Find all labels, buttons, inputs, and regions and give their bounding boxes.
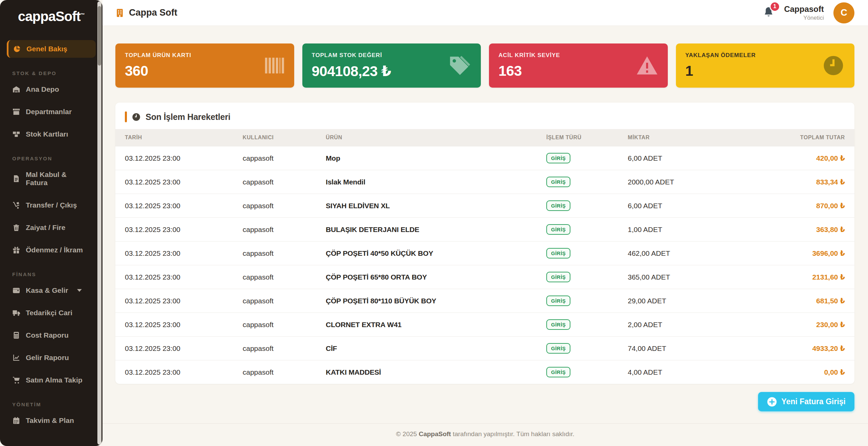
sidebar-item-satin-alma-takip[interactable]: Satın Alma Takip [7,371,96,389]
sidebar-item-zaiyat-fire[interactable]: Zaiyat / Fire [7,219,96,236]
giris-badge: GİRİŞ [546,200,570,211]
notification-count-badge: 1 [770,1,780,12]
cell-product: Islak Mendil [326,170,546,194]
table-header-row: TARİH KULLANICI ÜRÜN İŞLEM TÜRÜ MİKTAR T… [115,129,854,146]
sidebar-item-label: Ödenmez / İkram [26,246,83,254]
sidebar-item-label: Departmanlar [26,108,72,116]
cell-total: 681,50 ₺ [753,289,854,313]
top-header: Cappa Soft 1 Cappasoft Yönetici C [102,0,868,26]
app-logo: cappaSoft™ [5,9,98,24]
sidebar-item-label: Satın Alma Takip [26,376,82,384]
cell-type: GİRİŞ [546,242,628,265]
header-brand-label: Cappa Soft [129,7,177,18]
sidebar-section-finans: FİNANS [12,271,98,277]
giris-badge: GİRİŞ [546,367,570,377]
cell-date: 03.12.2025 23:00 [115,313,243,337]
col-toplam-tutar: TOPLAM TUTAR [753,129,854,146]
invoice-icon [12,175,20,183]
cell-date: 03.12.2025 23:00 [115,242,243,265]
cell-user: cappasoft [243,265,326,289]
giris-badge: GİRİŞ [546,224,570,235]
gift-icon [12,246,20,254]
sidebar-item-odenmez-ikram[interactable]: Ödenmez / İkram [7,241,96,259]
table-row: 03.12.2025 23:00 cappasoft CİF GİRİŞ 74,… [115,337,854,360]
col-urun: ÜRÜN [326,129,546,146]
cell-type: GİRİŞ [546,337,628,360]
cell-user: cappasoft [243,313,326,337]
cell-total: 870,00 ₺ [753,194,854,218]
cell-product: SIYAH ELDİVEN XL [326,194,546,218]
building-icon [115,8,125,18]
cell-total: 363,80 ₺ [753,218,854,242]
stat-cards-row: TOPLAM ÜRÜN KARTI 360 TOPLAM STOK DEĞERİ… [115,43,854,88]
cell-date: 03.12.2025 23:00 [115,360,243,384]
sidebar-item-gelir-raporu[interactable]: Gelir Raporu [7,349,96,367]
giris-badge: GİRİŞ [546,177,570,187]
stat-card-value: 163 [498,63,658,79]
cell-product: ÇÖP POŞETİ 40*50 KÜÇÜK BOY [326,242,546,265]
sidebar-item-label: Mal Kabul & Fatura [26,171,90,187]
sidebar: cappaSoft™ Genel Bakış STOK & DEPO Ana D… [0,0,102,446]
cell-qty: 2,00 ADET [628,313,753,337]
cell-total: 0,00 ₺ [753,360,854,384]
cell-type: GİRİŞ [546,170,628,194]
cell-product: CLORNET EXTRA W41 [326,313,546,337]
sidebar-item-transfer-cikis[interactable]: Transfer / Çıkış [7,196,96,214]
sidebar-item-takvim-plan[interactable]: Takvim & Plan [7,412,96,429]
sidebar-item-kasa-gelir[interactable]: Kasa & Gelir [7,282,96,299]
storefront-icon [12,108,20,116]
stat-card-toplam-urun-karti: TOPLAM ÜRÜN KARTI 360 [115,43,294,88]
barcode-icon [265,57,285,74]
giris-badge: GİRİŞ [546,296,570,306]
new-invoice-button[interactable]: Yeni Fatura Girişi [758,392,854,411]
sidebar-item-label: Transfer / Çıkış [26,201,77,209]
avatar[interactable]: C [833,2,854,23]
warehouse-icon [12,85,20,93]
trash-icon [12,224,20,232]
cell-user: cappasoft [243,360,326,384]
stat-card-label: ACİL KRİTİK SEVİYE [498,52,658,59]
cell-total: 420,00 ₺ [753,146,854,170]
sidebar-item-tedarikci-cari[interactable]: Tedarikçi Cari [7,304,96,322]
sidebar-item-label: Tedarikçi Cari [26,309,72,317]
sidebar-item-genel-bakis[interactable]: Genel Bakış [7,40,96,58]
sidebar-item-label: Gelir Raporu [26,354,69,362]
footer-brand: CappaSoft [419,430,451,438]
sidebar-item-label: Genel Bakış [26,45,67,53]
calendar-icon [12,416,20,425]
trademark-symbol: ™ [80,12,84,17]
col-kullanici: KULLANICI [243,129,326,146]
stat-card-label: TOPLAM ÜRÜN KARTI [125,52,285,59]
cell-date: 03.12.2025 23:00 [115,218,243,242]
sidebar-item-stok-kartlari[interactable]: Stok Kartları [7,125,96,143]
cell-date: 03.12.2025 23:00 [115,289,243,313]
footer-prefix: © 2025 [396,430,419,438]
cell-qty: 365,00 ADET [628,265,753,289]
cell-type: GİRİŞ [546,218,628,242]
stat-card-value: 360 [125,63,285,79]
sidebar-scrollbar[interactable] [97,1,101,445]
cell-qty: 4,00 ADET [628,360,753,384]
cell-qty: 6,00 ADET [628,146,753,170]
sidebar-section-operasyon: OPERASYON [12,156,98,161]
sidebar-item-ana-depo[interactable]: Ana Depo [7,81,96,98]
sidebar-item-departmanlar[interactable]: Departmanlar [7,103,96,121]
footer-suffix: tarafından yapılmıştır. Tüm hakları sakl… [451,430,574,438]
col-tarih: TARİH [115,129,243,146]
stat-card-toplam-stok-degeri: TOPLAM STOK DEĞERİ 904108,23 ₺ [302,43,481,88]
cell-product: KATKI MADDESİ [326,360,546,384]
table-row: 03.12.2025 23:00 cappasoft ÇÖP POŞETİ 80… [115,289,854,313]
sidebar-scrollbar-thumb[interactable] [98,6,101,66]
cell-date: 03.12.2025 23:00 [115,170,243,194]
cell-product: Mop [326,146,546,170]
cell-qty: 74,00 ADET [628,337,753,360]
table-row: 03.12.2025 23:00 cappasoft Islak Mendil … [115,170,854,194]
table-row: 03.12.2025 23:00 cappasoft Mop GİRİŞ 6,0… [115,146,854,170]
sidebar-item-cost-raporu[interactable]: Cost Raporu [7,326,96,344]
sidebar-item-mal-kabul-fatura[interactable]: Mal Kabul & Fatura [7,166,96,192]
sidebar-item-label: Takvim & Plan [26,416,74,425]
plus-circle-icon [767,397,777,407]
notifications-button[interactable]: 1 [762,6,775,20]
table-title: Son İşlem Hareketleri [146,112,230,122]
stat-card-value: 1 [685,63,845,79]
